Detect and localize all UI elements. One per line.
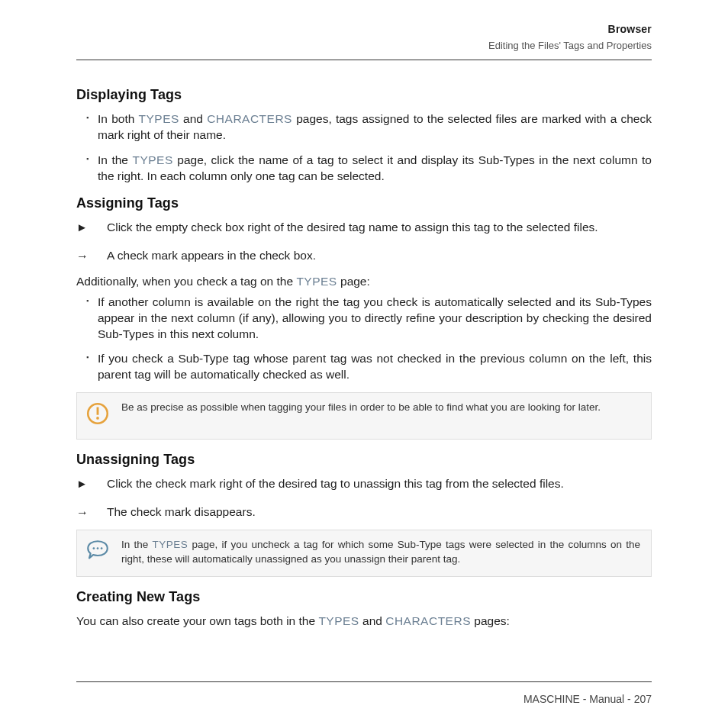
list-item: In the TYPES page, click the name of a t… <box>98 153 652 185</box>
list-item: In both TYPES and CHARACTERS pages, tags… <box>98 111 652 143</box>
paragraph: You can also create your own tags both i… <box>76 614 652 630</box>
heading-unassigning-tags: Unassigning Tags <box>76 450 652 469</box>
page-header: Browser Editing the Files' Tags and Prop… <box>488 23 652 51</box>
list-item: If you check a Sub-Type tag whose parent… <box>98 351 652 383</box>
step-marker-icon: ► <box>76 220 90 236</box>
svg-point-3 <box>93 548 95 550</box>
link-types[interactable]: TYPES <box>296 275 337 288</box>
header-subtitle: Editing the Files' Tags and Properties <box>488 40 652 51</box>
text: In the <box>98 153 132 166</box>
text: page, click the name of a tag to select … <box>98 153 652 182</box>
top-rule <box>76 60 652 60</box>
text: and <box>359 614 385 627</box>
bottom-rule <box>76 681 652 682</box>
text: In both <box>98 112 139 125</box>
tip-callout: In the TYPES page, if you uncheck a tag … <box>76 530 652 576</box>
link-types[interactable]: TYPES <box>139 112 179 125</box>
page: Browser Editing the Files' Tags and Prop… <box>0 0 728 728</box>
note-callout: Be as precise as possible when tagging y… <box>76 392 652 439</box>
heading-creating-new-tags: Creating New Tags <box>76 588 652 606</box>
result: → A check mark appears in the check box. <box>76 248 652 265</box>
result-text: A check mark appears in the check box. <box>107 248 316 265</box>
list-assigning: If another column is available on the ri… <box>76 295 652 384</box>
step-text: Click the empty check box right of the d… <box>107 220 598 236</box>
link-characters[interactable]: CHARACTERS <box>207 112 292 125</box>
result-arrow-icon: → <box>76 248 90 265</box>
note-text: Be as precise as possible when tagging y… <box>121 401 640 415</box>
result: → The check mark disappears. <box>76 504 652 521</box>
text: Additionally, when you check a tag on th… <box>76 275 296 288</box>
page-footer: MASCHINE - Manual - 207 <box>523 693 652 705</box>
text: pages: <box>471 614 510 627</box>
text: page, if you uncheck a tag for which som… <box>121 539 640 565</box>
tip-text: In the TYPES page, if you uncheck a tag … <box>121 538 640 567</box>
result-arrow-icon: → <box>76 504 90 521</box>
heading-assigning-tags: Assigning Tags <box>76 194 652 212</box>
text: page: <box>337 275 370 288</box>
list-item: If another column is available on the ri… <box>98 295 652 343</box>
header-title: Browser <box>488 23 652 35</box>
result-text: The check mark disappears. <box>107 504 256 521</box>
link-characters[interactable]: CHARACTERS <box>385 614 471 627</box>
step: ► Click the empty check box right of the… <box>76 220 652 236</box>
link-types[interactable]: TYPES <box>318 614 359 627</box>
svg-point-5 <box>101 548 103 550</box>
text: In the <box>121 539 153 550</box>
step-marker-icon: ► <box>76 476 90 492</box>
speech-bubble-icon <box>85 538 111 568</box>
step-text: Click the check mark right of the desire… <box>107 476 564 492</box>
svg-point-2 <box>96 417 99 420</box>
paragraph: Additionally, when you check a tag on th… <box>76 274 652 290</box>
warning-icon <box>85 401 111 430</box>
svg-point-4 <box>97 548 99 550</box>
heading-displaying-tags: Displaying Tags <box>76 85 652 104</box>
list-displaying: In both TYPES and CHARACTERS pages, tags… <box>76 111 652 185</box>
link-types[interactable]: TYPES <box>132 153 172 166</box>
text: You can also create your own tags both i… <box>76 614 318 627</box>
content: Displaying Tags In both TYPES and CHARAC… <box>76 76 652 634</box>
svg-rect-1 <box>97 407 99 415</box>
link-types[interactable]: TYPES <box>153 539 188 550</box>
step: ► Click the check mark right of the desi… <box>76 476 652 492</box>
text: and <box>179 112 207 125</box>
